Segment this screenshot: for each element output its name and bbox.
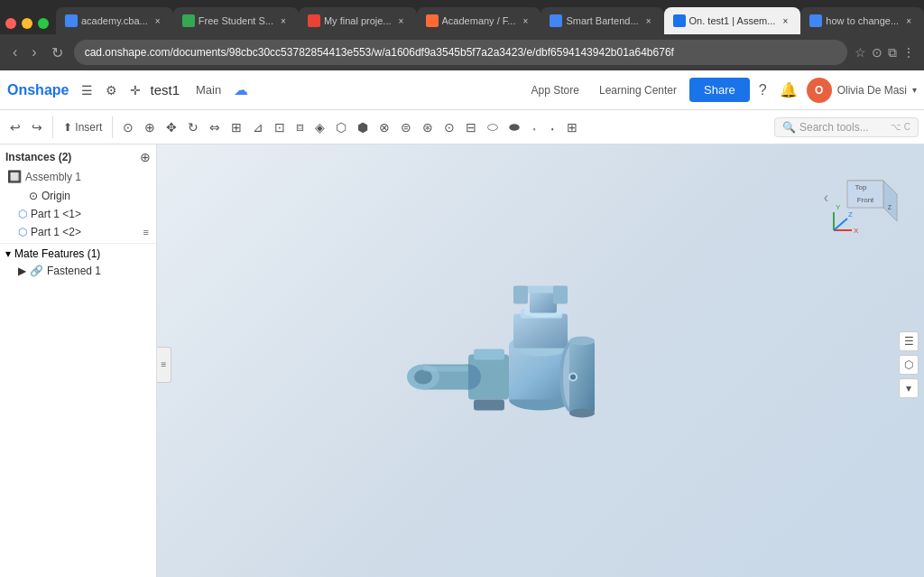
refresh-button[interactable]: ↻	[48, 42, 67, 63]
tool-move[interactable]: ✥	[162, 117, 181, 137]
traffic-light-yellow[interactable]	[22, 18, 32, 29]
tab-favicon-2	[182, 14, 195, 27]
panel-icon-1[interactable]: ☰	[899, 331, 919, 351]
tool-2[interactable]: ⊕	[140, 117, 160, 137]
panel-icon-2[interactable]: ⬡	[899, 355, 919, 375]
tool-20[interactable]: ⊞	[562, 117, 582, 137]
user-dropdown-arrow[interactable]: ▾	[912, 85, 917, 95]
tool-7[interactable]: ⧈	[291, 116, 309, 137]
browser-chrome: academy.cba... × Free Student S... × My …	[0, 0, 924, 70]
main-layout: Instances (2) ⊕ 🔲 Assembly 1 ⊙ Origin ⬡ …	[0, 144, 924, 577]
tool-5[interactable]: ⊿	[248, 117, 268, 137]
tool-17[interactable]: ⬬	[504, 116, 524, 137]
main-tab[interactable]: Main	[189, 81, 228, 98]
tab-close-7[interactable]: ×	[902, 14, 915, 27]
settings-button[interactable]: ⚙	[102, 79, 121, 101]
search-tools-box[interactable]: 🔍 Search tools... ⌥ C	[774, 117, 919, 137]
address-input[interactable]	[74, 40, 847, 65]
user-name[interactable]: Olivia De Masi	[837, 84, 907, 97]
back-button[interactable]: ‹	[9, 42, 21, 62]
tool-19[interactable]: ⬪	[544, 117, 560, 137]
avatar[interactable]: O	[807, 78, 832, 103]
tool-rotate[interactable]: ↻	[183, 117, 203, 137]
insert-button[interactable]: ⬆ Insert	[59, 118, 106, 136]
browser-tab-5[interactable]: Smart Bartend... ×	[541, 7, 663, 34]
fastened-label: Fastened 1	[47, 265, 101, 277]
tool-16[interactable]: ⬭	[483, 116, 503, 137]
traffic-light-red[interactable]	[5, 18, 16, 29]
tool-snap[interactable]: ⊞	[226, 117, 246, 137]
svg-rect-8	[513, 285, 528, 303]
tool-15[interactable]: ⊟	[461, 117, 481, 137]
learning-center-button[interactable]: Learning Center	[592, 80, 684, 100]
profile-icon[interactable]: ⊙	[872, 45, 882, 60]
svg-text:Top: Top	[855, 183, 867, 191]
tab-title-6: On. test1 | Assem...	[689, 15, 776, 26]
part1-item[interactable]: ⬡ Part 1 <1>	[0, 205, 156, 223]
bookmark-icon[interactable]: ☆	[855, 45, 866, 60]
extensions-icon[interactable]: ⧉	[888, 45, 897, 60]
address-bar: ‹ › ↻ ☆ ⊙ ⧉ ⋮	[0, 34, 924, 70]
svg-text:Z: Z	[848, 210, 853, 219]
svg-text:Y: Y	[836, 203, 841, 211]
share-button[interactable]: Share	[689, 78, 750, 102]
browser-tab-3[interactable]: My final proje... ×	[299, 7, 417, 34]
undo-button[interactable]: ↩	[5, 117, 25, 137]
forward-button[interactable]: ›	[28, 42, 40, 62]
view-options-button[interactable]: ▾	[899, 378, 919, 398]
browser-tab-1[interactable]: academy.cba... ×	[56, 7, 173, 34]
tab-close-1[interactable]: ×	[152, 14, 164, 27]
toolbar-separator-1	[52, 116, 53, 138]
tab-close-4[interactable]: ×	[519, 14, 531, 27]
traffic-light-green[interactable]	[38, 18, 49, 29]
tool-10[interactable]: ⬢	[353, 117, 373, 137]
tool-13[interactable]: ⊛	[418, 117, 438, 137]
browser-tab-7[interactable]: how to change... ×	[800, 7, 924, 34]
tool-scale[interactable]: ⇔	[205, 117, 225, 137]
3d-viewport[interactable]: ≡	[157, 144, 924, 577]
redo-button[interactable]: ↪	[27, 117, 47, 137]
fastened-item[interactable]: ▶ 🔗 Fastened 1	[0, 262, 156, 280]
origin-icon: ⊙	[29, 190, 38, 202]
svg-point-13	[569, 336, 595, 345]
tool-8[interactable]: ◈	[310, 117, 329, 137]
tool-18[interactable]: ⬫	[526, 117, 542, 137]
help-button[interactable]: ?	[755, 79, 771, 102]
origin-item[interactable]: ⊙ Origin	[0, 187, 156, 205]
menu-icon[interactable]: ⋮	[902, 45, 915, 60]
expand-icon: ▶	[18, 265, 26, 277]
tab-bar: academy.cba... × Free Student S... × My …	[0, 0, 924, 34]
mate-features-section: ▾ Mate Features (1) ▶ 🔗 Fastened 1	[0, 243, 156, 280]
insert-instance-button[interactable]: ⊕	[140, 150, 151, 164]
browser-tab-2[interactable]: Free Student S... ×	[173, 7, 299, 34]
svg-rect-3	[513, 313, 568, 348]
svg-point-21	[414, 369, 432, 384]
plus-button[interactable]: ✛	[126, 79, 144, 101]
app-store-button[interactable]: App Store	[524, 80, 587, 100]
tool-11[interactable]: ⊗	[374, 117, 394, 137]
tab-close-3[interactable]: ×	[395, 14, 408, 27]
part2-item[interactable]: ⬡ Part 1 <2> ≡	[0, 223, 156, 241]
part2-label: Part 1 <2>	[31, 226, 81, 238]
tab-favicon-4	[426, 14, 439, 27]
tab-close-5[interactable]: ×	[642, 14, 655, 27]
assembly1-item[interactable]: 🔲 Assembly 1	[0, 166, 156, 187]
view-cube-left-arrow[interactable]: ‹	[824, 190, 828, 206]
tab-close-2[interactable]: ×	[277, 14, 290, 27]
hamburger-button[interactable]: ☰	[78, 79, 97, 101]
tool-9[interactable]: ⬡	[331, 117, 351, 137]
tool-12[interactable]: ⊜	[396, 117, 416, 137]
instances-header-row: Instances (2) ⊕	[0, 148, 156, 166]
tool-1[interactable]: ⊙	[118, 117, 138, 137]
sidebar-collapse-handle[interactable]: ≡	[157, 347, 171, 383]
tab-close-6[interactable]: ×	[779, 14, 791, 27]
tool-6[interactable]: ⊡	[270, 117, 290, 137]
part-icon-1: ⬡	[18, 208, 27, 220]
view-cube[interactable]: Top Z Front Y X Z	[825, 163, 906, 244]
part-icon-2: ⬡	[18, 226, 27, 238]
notifications-button[interactable]: 🔔	[776, 78, 801, 102]
mate-features-expand[interactable]: ▾ Mate Features (1)	[5, 247, 100, 260]
browser-tab-6[interactable]: On. test1 | Assem... ×	[664, 7, 801, 34]
tool-14[interactable]: ⊙	[439, 117, 459, 137]
browser-tab-4[interactable]: Academany / F... ×	[417, 7, 541, 34]
